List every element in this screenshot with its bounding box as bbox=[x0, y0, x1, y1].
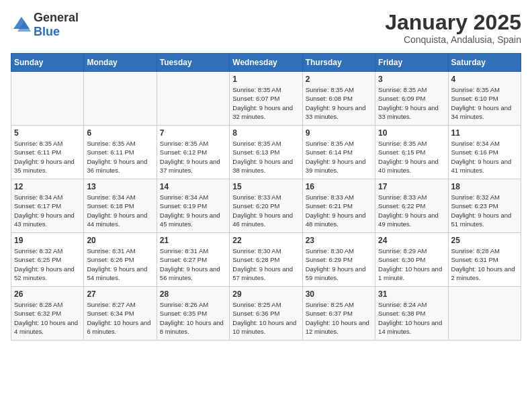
logo-general: General bbox=[34, 11, 79, 24]
calendar-cell: 30Sunrise: 8:25 AMSunset: 6:37 PMDayligh… bbox=[302, 287, 375, 340]
day-info: Sunrise: 8:33 AMSunset: 6:20 PMDaylight:… bbox=[232, 193, 299, 228]
calendar-cell: 17Sunrise: 8:33 AMSunset: 6:22 PMDayligh… bbox=[375, 179, 448, 233]
calendar-cell bbox=[84, 72, 157, 126]
day-number: 4 bbox=[451, 75, 518, 84]
calendar-cell: 8Sunrise: 8:35 AMSunset: 6:13 PMDaylight… bbox=[230, 126, 302, 179]
calendar-cell: 3Sunrise: 8:35 AMSunset: 6:09 PMDaylight… bbox=[375, 72, 448, 126]
day-number: 19 bbox=[14, 236, 81, 245]
location: Conquista, Andalusia, Spain bbox=[385, 34, 521, 45]
day-info: Sunrise: 8:35 AMSunset: 6:09 PMDaylight:… bbox=[378, 85, 445, 121]
day-number: 29 bbox=[232, 289, 299, 299]
day-number: 26 bbox=[14, 289, 81, 299]
calendar-cell: 9Sunrise: 8:35 AMSunset: 6:14 PMDaylight… bbox=[302, 126, 375, 179]
weekday-header: Tuesday bbox=[157, 54, 229, 72]
day-info: Sunrise: 8:34 AMSunset: 6:18 PMDaylight:… bbox=[87, 193, 153, 228]
calendar-cell: 23Sunrise: 8:30 AMSunset: 6:29 PMDayligh… bbox=[302, 233, 375, 287]
calendar-cell: 7Sunrise: 8:35 AMSunset: 6:12 PMDaylight… bbox=[157, 126, 229, 179]
calendar-cell: 6Sunrise: 8:35 AMSunset: 6:11 PMDaylight… bbox=[84, 126, 157, 179]
weekday-header: Thursday bbox=[302, 54, 375, 72]
calendar-cell: 27Sunrise: 8:27 AMSunset: 6:34 PMDayligh… bbox=[84, 287, 157, 340]
day-info: Sunrise: 8:31 AMSunset: 6:26 PMDaylight:… bbox=[87, 246, 153, 282]
title-area: January 2025 Conquista, Andalusia, Spain bbox=[385, 11, 521, 45]
weekday-header: Monday bbox=[84, 54, 157, 72]
day-info: Sunrise: 8:35 AMSunset: 6:14 PMDaylight:… bbox=[306, 139, 372, 175]
day-number: 23 bbox=[306, 236, 372, 245]
calendar-cell: 4Sunrise: 8:35 AMSunset: 6:10 PMDaylight… bbox=[448, 72, 521, 126]
day-number: 21 bbox=[160, 236, 226, 245]
page-header: General Blue January 2025 Conquista, And… bbox=[11, 11, 521, 45]
day-number: 16 bbox=[306, 182, 372, 191]
calendar-cell: 21Sunrise: 8:31 AMSunset: 6:27 PMDayligh… bbox=[157, 233, 229, 287]
day-number: 22 bbox=[232, 236, 299, 245]
calendar-week-row: 5Sunrise: 8:35 AMSunset: 6:11 PMDaylight… bbox=[11, 126, 521, 179]
calendar-cell: 1Sunrise: 8:35 AMSunset: 6:07 PMDaylight… bbox=[230, 72, 302, 126]
calendar-cell: 19Sunrise: 8:32 AMSunset: 6:25 PMDayligh… bbox=[11, 233, 84, 287]
day-number: 27 bbox=[87, 289, 153, 299]
calendar-cell bbox=[11, 72, 84, 126]
calendar-cell: 10Sunrise: 8:35 AMSunset: 6:15 PMDayligh… bbox=[375, 126, 448, 179]
calendar-cell: 20Sunrise: 8:31 AMSunset: 6:26 PMDayligh… bbox=[84, 233, 157, 287]
day-number: 5 bbox=[14, 128, 81, 138]
day-info: Sunrise: 8:32 AMSunset: 6:25 PMDaylight:… bbox=[14, 246, 81, 282]
day-info: Sunrise: 8:28 AMSunset: 6:31 PMDaylight:… bbox=[451, 246, 518, 282]
calendar-cell: 29Sunrise: 8:25 AMSunset: 6:36 PMDayligh… bbox=[230, 287, 302, 340]
calendar-cell: 12Sunrise: 8:34 AMSunset: 6:17 PMDayligh… bbox=[11, 179, 84, 233]
calendar-cell bbox=[157, 72, 229, 126]
day-info: Sunrise: 8:32 AMSunset: 6:23 PMDaylight:… bbox=[451, 193, 518, 228]
day-number: 17 bbox=[378, 182, 445, 191]
day-info: Sunrise: 8:35 AMSunset: 6:07 PMDaylight:… bbox=[232, 85, 299, 121]
calendar-cell: 28Sunrise: 8:26 AMSunset: 6:35 PMDayligh… bbox=[157, 287, 229, 340]
day-info: Sunrise: 8:26 AMSunset: 6:35 PMDaylight:… bbox=[160, 300, 226, 336]
day-info: Sunrise: 8:30 AMSunset: 6:29 PMDaylight:… bbox=[306, 246, 372, 282]
weekday-header: Friday bbox=[375, 54, 448, 72]
day-number: 10 bbox=[378, 128, 445, 138]
day-number: 12 bbox=[14, 182, 81, 191]
weekday-header: Sunday bbox=[11, 54, 84, 72]
calendar-cell: 18Sunrise: 8:32 AMSunset: 6:23 PMDayligh… bbox=[448, 179, 521, 233]
calendar-week-row: 1Sunrise: 8:35 AMSunset: 6:07 PMDaylight… bbox=[11, 72, 521, 126]
logo-icon bbox=[12, 15, 31, 34]
calendar-cell: 22Sunrise: 8:30 AMSunset: 6:28 PMDayligh… bbox=[230, 233, 302, 287]
calendar-cell: 5Sunrise: 8:35 AMSunset: 6:11 PMDaylight… bbox=[11, 126, 84, 179]
day-info: Sunrise: 8:34 AMSunset: 6:19 PMDaylight:… bbox=[160, 193, 226, 228]
day-info: Sunrise: 8:25 AMSunset: 6:37 PMDaylight:… bbox=[306, 300, 372, 336]
day-number: 25 bbox=[451, 236, 518, 245]
day-info: Sunrise: 8:35 AMSunset: 6:11 PMDaylight:… bbox=[87, 139, 153, 175]
day-info: Sunrise: 8:25 AMSunset: 6:36 PMDaylight:… bbox=[232, 300, 299, 336]
day-info: Sunrise: 8:28 AMSunset: 6:32 PMDaylight:… bbox=[14, 300, 81, 336]
logo: General Blue bbox=[11, 11, 79, 39]
day-info: Sunrise: 8:33 AMSunset: 6:21 PMDaylight:… bbox=[306, 193, 372, 228]
day-info: Sunrise: 8:29 AMSunset: 6:30 PMDaylight:… bbox=[378, 246, 445, 282]
month-title: January 2025 bbox=[385, 11, 521, 34]
day-info: Sunrise: 8:33 AMSunset: 6:22 PMDaylight:… bbox=[378, 193, 445, 228]
day-info: Sunrise: 8:35 AMSunset: 6:08 PMDaylight:… bbox=[306, 85, 372, 121]
day-number: 9 bbox=[306, 128, 372, 138]
day-number: 28 bbox=[160, 289, 226, 299]
day-number: 11 bbox=[451, 128, 518, 138]
calendar-week-row: 26Sunrise: 8:28 AMSunset: 6:32 PMDayligh… bbox=[11, 287, 521, 340]
day-info: Sunrise: 8:30 AMSunset: 6:28 PMDaylight:… bbox=[232, 246, 299, 282]
calendar-cell: 11Sunrise: 8:34 AMSunset: 6:16 PMDayligh… bbox=[448, 126, 521, 179]
day-number: 30 bbox=[306, 289, 372, 299]
calendar-cell: 13Sunrise: 8:34 AMSunset: 6:18 PMDayligh… bbox=[84, 179, 157, 233]
calendar-cell bbox=[448, 287, 521, 340]
day-info: Sunrise: 8:24 AMSunset: 6:38 PMDaylight:… bbox=[378, 300, 445, 336]
calendar-cell: 25Sunrise: 8:28 AMSunset: 6:31 PMDayligh… bbox=[448, 233, 521, 287]
day-number: 1 bbox=[232, 75, 299, 84]
weekday-header: Wednesday bbox=[230, 54, 302, 72]
day-number: 15 bbox=[232, 182, 299, 191]
weekday-header: Saturday bbox=[448, 54, 521, 72]
logo-blue: Blue bbox=[34, 25, 60, 38]
calendar-table: SundayMondayTuesdayWednesdayThursdayFrid… bbox=[11, 53, 521, 340]
day-info: Sunrise: 8:35 AMSunset: 6:13 PMDaylight:… bbox=[232, 139, 299, 175]
calendar-week-row: 12Sunrise: 8:34 AMSunset: 6:17 PMDayligh… bbox=[11, 179, 521, 233]
day-number: 31 bbox=[378, 289, 445, 299]
day-info: Sunrise: 8:31 AMSunset: 6:27 PMDaylight:… bbox=[160, 246, 226, 282]
day-number: 14 bbox=[160, 182, 226, 191]
day-info: Sunrise: 8:35 AMSunset: 6:10 PMDaylight:… bbox=[451, 85, 518, 121]
day-number: 20 bbox=[87, 236, 153, 245]
day-info: Sunrise: 8:35 AMSunset: 6:12 PMDaylight:… bbox=[160, 139, 226, 175]
calendar-cell: 31Sunrise: 8:24 AMSunset: 6:38 PMDayligh… bbox=[375, 287, 448, 340]
weekday-header-row: SundayMondayTuesdayWednesdayThursdayFrid… bbox=[11, 54, 521, 72]
day-info: Sunrise: 8:34 AMSunset: 6:17 PMDaylight:… bbox=[14, 193, 81, 228]
